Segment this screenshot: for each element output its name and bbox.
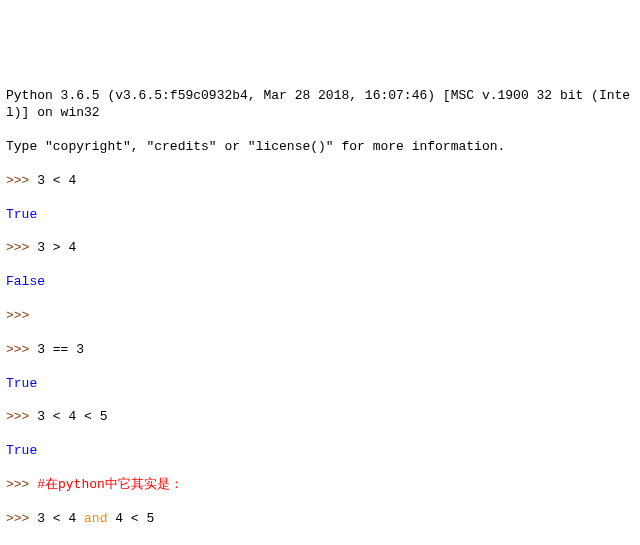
keyword-and: and [84,511,107,526]
input-line-4: >>> 3 == 3 [6,342,634,359]
comment-text: #在python中它其实是： [37,477,183,492]
code-input: 3 < 4 [37,173,76,188]
output-line-5: True [6,443,634,460]
prompt: >>> [6,409,37,424]
input-line-7: >>> 3 < 4 and 4 < 5 [6,511,634,528]
input-line-1: >>> 3 < 4 [6,173,634,190]
python-shell-output: Python 3.6.5 (v3.6.5:f59c0932b4, Mar 28 … [6,72,634,545]
prompt: >>> [6,342,37,357]
prompt: >>> [6,308,37,323]
prompt: >>> [6,173,37,188]
input-line-5: >>> 3 < 4 < 5 [6,409,634,426]
input-line-6: >>> #在python中它其实是： [6,477,634,494]
output-line-4: True [6,376,634,393]
python-help-header: Type "copyright", "credits" or "license(… [6,139,634,156]
code-input: 3 == 3 [37,342,84,357]
code-input: 3 > 4 [37,240,76,255]
code-input: 3 < 4 < 5 [37,409,107,424]
python-version-header: Python 3.6.5 (v3.6.5:f59c0932b4, Mar 28 … [6,88,634,122]
output-line-2: False [6,274,634,291]
prompt: >>> [6,477,37,492]
output-line-1: True [6,207,634,224]
input-line-2: >>> 3 > 4 [6,240,634,257]
prompt: >>> [6,240,37,255]
prompt: >>> [6,511,37,526]
input-line-3: >>> [6,308,634,325]
code-input-post: 4 < 5 [107,511,154,526]
code-input-pre: 3 < 4 [37,511,84,526]
